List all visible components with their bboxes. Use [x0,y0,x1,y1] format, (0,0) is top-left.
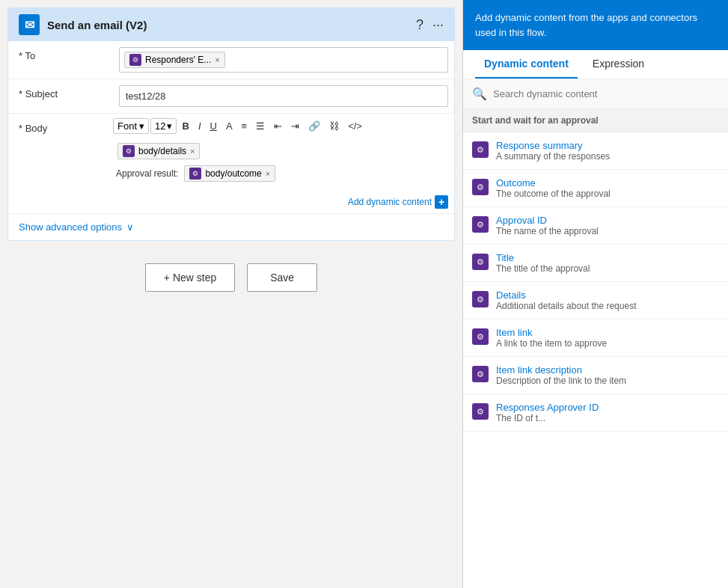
to-field-container[interactable]: ⚙ Responders' E... × [113,41,454,79]
email-card: ✉ Send an email (V2) ? ··· * To ⚙ Re [7,7,455,241]
dynamic-item-name: Title [496,252,590,263]
dynamic-banner: Add dynamic content from the apps and co… [463,0,728,50]
dynamic-item-icon: ⚙ [472,216,489,233]
list-item[interactable]: ⚙ Responses Approver ID The ID of t... [463,394,728,432]
dynamic-item-icon: ⚙ [472,291,489,307]
app-icon: ✉ [19,14,40,35]
body-details-tag: ⚙ body/details × [117,143,200,159]
help-button[interactable]: ? [416,17,423,33]
dynamic-list: ⚙ Response summary A summary of the resp… [463,132,728,588]
subject-input[interactable] [119,85,448,107]
tab-dynamic-content[interactable]: Dynamic content [475,50,578,79]
dynamic-tabs: Dynamic content Expression [463,50,728,79]
list-item[interactable]: ⚙ Item link A link to the item to approv… [463,319,728,357]
dynamic-item-desc: A summary of the responses [496,151,610,162]
dynamic-item-desc: Additional details about the request [496,301,636,311]
indent-increase-button[interactable]: ⇥ [287,118,303,134]
dynamic-item-name: Responses Approver ID [496,402,599,413]
chevron-down-icon-advanced: ∨ [126,221,134,233]
dynamic-item-name: Details [496,290,636,301]
body-toolbar: Font ▾ 12 ▾ B I U A ≡ ☰ [113,118,448,134]
chevron-down-icon: ▾ [139,120,144,132]
dynamic-item-icon: ⚙ [472,328,489,345]
dynamic-item-name: Approval ID [496,215,599,226]
body-label: * Body [8,114,113,143]
list-item[interactable]: ⚙ Approval ID The name of the approval [463,207,728,245]
bottom-actions: + New step Save [7,263,455,292]
italic-button[interactable]: I [195,118,205,134]
to-input[interactable]: ⚙ Responders' E... × [119,47,448,73]
to-row: * To ⚙ Responders' E... × [8,41,454,79]
dynamic-item-icon: ⚙ [472,403,489,420]
header-actions: ? ··· [416,17,444,33]
numbered-list-button[interactable]: ☰ [252,118,269,134]
tag-icon: ⚙ [129,54,141,66]
list-item[interactable]: ⚙ Details Additional details about the r… [463,282,728,319]
list-item[interactable]: ⚙ Title The title of the approval [463,245,728,282]
underline-button[interactable]: U [207,118,221,134]
dynamic-item-icon: ⚙ [472,179,489,195]
indent-decrease-button[interactable]: ⇤ [270,118,286,134]
font-selector[interactable]: Font ▾ [113,118,149,134]
dynamic-item-desc: The ID of t... [496,413,599,423]
dynamic-search-bar: 🔍 [463,79,728,109]
unlink-button[interactable]: ⛓ [325,118,343,134]
to-tag-close[interactable]: × [215,56,219,64]
bullet-list-button[interactable]: ≡ [238,118,251,134]
show-advanced-options[interactable]: Show advanced options ∨ [8,214,454,240]
color-button[interactable]: A [222,118,236,134]
section-header: Start and wait for an approval [463,109,728,132]
save-button[interactable]: Save [247,263,317,292]
dynamic-item-icon: ⚙ [472,141,489,158]
search-input[interactable] [493,88,719,99]
card-header: ✉ Send an email (V2) ? ··· [8,8,454,41]
dynamic-item-name: Item link [496,327,607,338]
to-tag: ⚙ Responders' E... × [124,52,225,68]
dynamic-item-desc: The name of the approval [496,226,599,236]
add-dynamic-plus-icon: + [435,195,448,209]
code-button[interactable]: </> [344,118,366,134]
body-tag2-close[interactable]: × [266,170,270,178]
card-title: Send an email (V2) [47,19,147,31]
dynamic-item-name: Outcome [496,177,611,189]
more-options-button[interactable]: ··· [432,17,444,33]
body-editor: Font ▾ 12 ▾ B I U A ≡ ☰ [113,114,454,192]
body-tag1-close[interactable]: × [190,147,195,156]
dynamic-item-desc: The title of the approval [496,263,590,274]
font-size-selector[interactable]: 12 ▾ [150,118,177,134]
dynamic-item-desc: The outcome of the approval [496,189,611,199]
tab-expression[interactable]: Expression [584,50,653,79]
subject-field-container [113,79,454,113]
chevron-down-icon-size: ▾ [167,120,172,132]
search-icon: 🔍 [472,87,487,101]
approval-result-row: Approval result: ⚙ body/outcome × [116,164,445,183]
dynamic-item-name: Response summary [496,140,610,151]
list-item[interactable]: ⚙ Item link description Description of t… [463,357,728,394]
add-dynamic-row: Add dynamic content + [8,192,454,213]
subject-label: * Subject [8,79,113,108]
link-button[interactable]: 🔗 [305,118,324,134]
to-label: * To [8,41,113,70]
form-body: * To ⚙ Responders' E... × * Subject [8,41,454,214]
bold-button[interactable]: B [178,118,192,134]
dynamic-item-icon: ⚙ [472,254,489,270]
list-item[interactable]: ⚙ Response summary A summary of the resp… [463,132,728,170]
new-step-button[interactable]: + New step [145,263,235,292]
header-left: ✉ Send an email (V2) [19,14,147,35]
add-dynamic-button[interactable]: Add dynamic content + [348,195,448,209]
left-panel: ✉ Send an email (V2) ? ··· * To ⚙ Re [0,0,462,588]
body-row-header: * Body Font ▾ 12 ▾ [8,114,454,192]
dynamic-item-desc: A link to the item to approve [496,338,607,349]
body-content[interactable]: ⚙ body/details × Approval result: ⚙ body… [113,138,448,186]
body-outcome-tag: ⚙ body/outcome × [184,165,275,182]
body-row: * Body Font ▾ 12 ▾ [8,114,454,214]
body-outcome-icon: ⚙ [189,168,201,180]
body-details-icon: ⚙ [123,145,135,157]
dynamic-item-desc: Description of the link to the item [496,376,626,386]
right-panel: Add dynamic content from the apps and co… [462,0,728,588]
dynamic-item-icon: ⚙ [472,366,489,382]
dynamic-item-name: Item link description [496,364,626,376]
list-item[interactable]: ⚙ Outcome The outcome of the approval [463,170,728,207]
subject-row: * Subject [8,79,454,114]
